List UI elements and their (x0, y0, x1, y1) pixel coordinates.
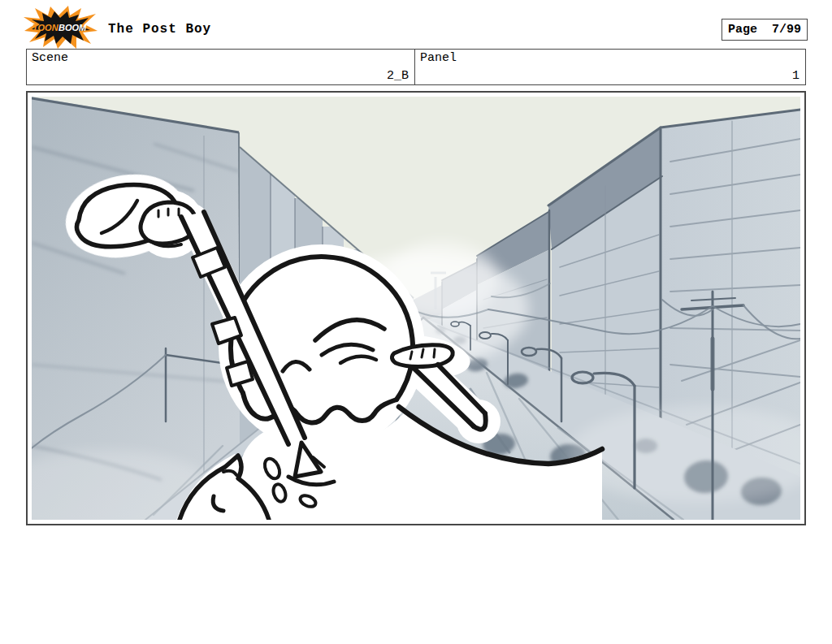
scene-field: Scene 2_B (26, 49, 415, 85)
page-value: 7/99 (772, 23, 801, 37)
page-label: Page (728, 23, 757, 37)
toon-boom-logo: TOON BOOM (21, 5, 99, 50)
page-indicator: Page 7/99 (722, 19, 808, 41)
logo-word-boom: BOOM (58, 23, 87, 32)
logo-word-toon: TOON (32, 23, 59, 32)
panel-value: 1 (792, 69, 800, 83)
panel-field: Panel 1 (414, 49, 806, 85)
info-row: Scene 2_B Panel 1 (26, 49, 806, 85)
storyboard-drawing (32, 97, 800, 520)
storyboard-panel (26, 91, 806, 525)
scene-value: 2_B (387, 69, 409, 83)
project-title: The Post Boy (108, 22, 211, 37)
scene-label: Scene (32, 51, 68, 65)
panel-label: Panel (420, 51, 457, 65)
sleeve-patch-2 (227, 361, 253, 386)
